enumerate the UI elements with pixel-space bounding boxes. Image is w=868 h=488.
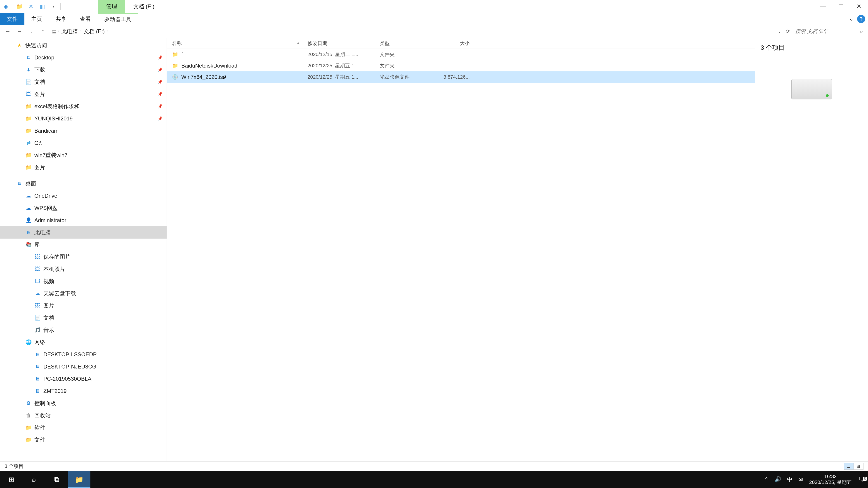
title-bar: ◈ 📁 ✕ ◧ ▾ 管理 文档 (E:) — ☐ ✕ (0, 0, 868, 13)
tree-item[interactable]: ☁OneDrive (0, 190, 166, 202)
start-button[interactable]: ⊞ (0, 471, 23, 488)
tab-view[interactable]: 查看 (73, 13, 98, 25)
tree-item-label: 音乐 (43, 326, 54, 334)
tree-item-label: 库 (34, 241, 40, 248)
help-icon[interactable]: ? (857, 15, 865, 23)
back-button[interactable]: ← (3, 26, 13, 36)
tree-item[interactable]: ★快速访问 (0, 39, 166, 52)
tree-item[interactable]: 📁文件 (0, 434, 166, 446)
qat-dropdown-icon[interactable]: ▾ (49, 2, 58, 11)
cancel-icon[interactable]: ✕ (26, 2, 35, 11)
properties-icon[interactable]: ◧ (38, 2, 47, 11)
ribbon-collapse-icon[interactable]: ⌄ (847, 15, 855, 23)
tree-item[interactable]: ☁天翼云盘下载 (0, 287, 166, 300)
search-input[interactable] (796, 29, 860, 34)
tree-item[interactable]: 🖥桌面 (0, 177, 166, 190)
tree-item[interactable]: 📁excel表格制作求和📌 (0, 100, 166, 112)
file-row[interactable]: 💿Win7x64_2020.iso2020/12/25, 星期五 1...光盘映… (167, 71, 755, 83)
taskbar-explorer-button[interactable]: 📁 (68, 471, 90, 488)
up-button[interactable]: ↑ (38, 26, 48, 36)
tree-item[interactable]: 🗑回收站 (0, 410, 166, 422)
search-icon[interactable]: ⌕ (860, 29, 863, 34)
pin-icon: 📌 (158, 116, 162, 121)
tree-item-icon: 🖥 (25, 55, 32, 61)
tab-share[interactable]: 共享 (49, 13, 73, 25)
folder-icon[interactable]: 📁 (15, 2, 24, 11)
history-dropdown[interactable]: ⌄ (26, 26, 36, 36)
tree-item[interactable]: 📄文档 (0, 312, 166, 324)
taskbar-search-button[interactable]: ⌕ (23, 471, 45, 488)
tree-item[interactable]: 🎞视频 (0, 275, 166, 287)
app-icon[interactable]: ◈ (1, 2, 10, 11)
file-row[interactable]: 📁BaiduNetdiskDownload2020/12/25, 星期五 1..… (167, 60, 755, 71)
tree-item[interactable]: 🌐网络 (0, 336, 166, 348)
breadcrumb[interactable]: 🖴 › 此电脑 › 文档 (E:) › (50, 27, 110, 36)
tree-item[interactable]: 📄文档📌 (0, 76, 166, 88)
tab-drive-tools[interactable]: 驱动器工具 (98, 13, 138, 25)
file-pane: 名称▲ 修改日期 类型 大小 📁12020/12/15, 星期二 1...文件夹… (167, 38, 868, 461)
tree-item[interactable]: 🎵音乐 (0, 324, 166, 336)
tab-file[interactable]: 文件 (0, 13, 24, 25)
taskbar-clock[interactable]: 16:32 2020/12/25, 星期五 (806, 474, 855, 485)
tree-item[interactable]: ⬇下载📌 (0, 64, 166, 76)
tree-item[interactable]: 📁YUNQISHI2019📌 (0, 112, 166, 125)
mail-icon[interactable]: ✉ (798, 476, 803, 483)
tree-item-icon: 📁 (25, 128, 32, 134)
column-date[interactable]: 修改日期 (303, 40, 375, 47)
view-details-button[interactable]: ☰ (844, 463, 854, 470)
crumb-this-pc[interactable]: 此电脑 (61, 28, 79, 35)
tree-item[interactable]: 📁Bandicam (0, 125, 166, 137)
tree-item[interactable]: 📚库 (0, 238, 166, 251)
tree-item[interactable]: 🖥PC-20190530OBLA (0, 373, 166, 385)
tree-item[interactable]: 📁图片 (0, 161, 166, 173)
tree-item[interactable]: 🖼本机照片 (0, 263, 166, 275)
column-size[interactable]: 大小 (436, 40, 474, 47)
view-icons-button[interactable]: ▦ (854, 463, 864, 470)
tray-overflow-icon[interactable]: ⌃ (764, 476, 769, 483)
tree-item-label: 文件 (34, 436, 45, 444)
close-button[interactable]: ✕ (850, 0, 868, 13)
column-type[interactable]: 类型 (375, 40, 436, 47)
address-dropdown-icon[interactable]: ⌄ (776, 29, 782, 34)
tree-item[interactable]: 👤Administrator (0, 214, 166, 226)
navigation-tree[interactable]: ★快速访问🖥Desktop📌⬇下载📌📄文档📌🖼图片📌📁excel表格制作求和📌📁… (0, 38, 167, 461)
tree-item-label: 软件 (34, 424, 45, 431)
ime-indicator[interactable]: 中 (787, 476, 793, 483)
column-name[interactable]: 名称▲ (167, 40, 303, 47)
tree-item[interactable]: ⇄G:\ (0, 137, 166, 149)
address-tail: ⌄ ⟳ (776, 29, 791, 34)
forward-button[interactable]: → (14, 26, 24, 36)
minimize-button[interactable]: — (814, 0, 832, 13)
tree-item[interactable]: 🖼保存的图片 (0, 251, 166, 263)
volume-icon[interactable]: 🔊 (774, 476, 781, 483)
crumb-location[interactable]: 文档 (E:) (83, 28, 105, 35)
tree-item-icon: 🖥 (16, 181, 23, 187)
task-view-button[interactable]: ⧉ (45, 471, 68, 488)
tree-item-label: 保存的图片 (43, 253, 70, 260)
column-name-label: 名称 (172, 40, 182, 46)
tree-item[interactable]: 📁软件 (0, 422, 166, 434)
refresh-icon[interactable]: ⟳ (784, 29, 791, 34)
tree-item[interactable]: 🖥DESKTOP-NJEU3CG (0, 361, 166, 373)
tree-item[interactable]: 🖥此电脑 (0, 226, 166, 238)
search-box[interactable]: ⌕ (793, 27, 865, 36)
tree-item[interactable]: 🖼图片📌 (0, 88, 166, 100)
tree-item[interactable]: ☁WPS网盘 (0, 202, 166, 214)
tree-item[interactable]: ⚙控制面板 (0, 397, 166, 410)
tab-home[interactable]: 主页 (24, 13, 49, 25)
file-row[interactable]: 📁12020/12/15, 星期二 1...文件夹 (167, 49, 755, 60)
tree-item[interactable]: 🖼图片 (0, 300, 166, 312)
action-center-button[interactable]: 🗨 3 (855, 476, 868, 483)
tree-item[interactable]: 🖥ZMT2019 (0, 385, 166, 397)
tree-item-label: PC-20190530OBLA (43, 376, 91, 382)
tree-item-icon: ★ (16, 42, 23, 48)
maximize-button[interactable]: ☐ (832, 0, 850, 13)
tree-item-icon: 🎞 (34, 278, 41, 284)
file-type: 光盘映像文件 (375, 74, 436, 80)
file-list[interactable]: 名称▲ 修改日期 类型 大小 📁12020/12/15, 星期二 1...文件夹… (167, 38, 755, 461)
tree-item-label: 文档 (34, 78, 45, 86)
tree-item-icon: 🎵 (34, 327, 41, 333)
tree-item[interactable]: 🖥DESKTOP-LSSOEDP (0, 348, 166, 361)
tree-item[interactable]: 📁win7重装win7 (0, 149, 166, 161)
tree-item[interactable]: 🖥Desktop📌 (0, 52, 166, 64)
